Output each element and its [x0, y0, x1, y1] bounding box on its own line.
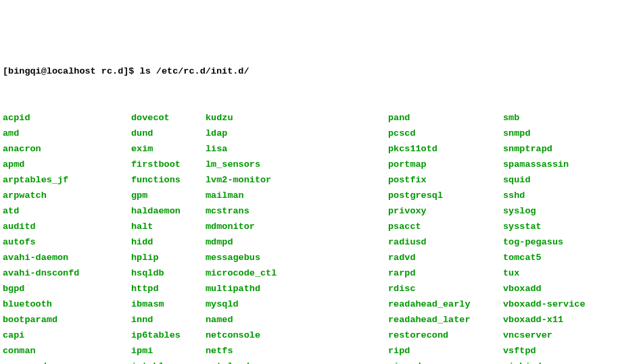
- list-item: acpid: [3, 110, 131, 126]
- list-item: functions: [131, 172, 206, 188]
- list-item: tomcat5: [503, 250, 586, 265]
- list-item: messagebus: [206, 250, 388, 265]
- list-item: mdmonitor: [206, 219, 388, 234]
- list-item: ldap: [206, 126, 388, 141]
- list-item: mcstrans: [206, 203, 388, 219]
- list-item: vboxadd-x11: [503, 312, 586, 328]
- list-item: postfix: [388, 172, 503, 188]
- list-item: readahead_early: [388, 296, 503, 312]
- list-item: multipathd: [206, 281, 388, 296]
- list-item: postgresql: [388, 188, 503, 203]
- ls-column-3: kudzu ldap lisa lm_sensors lvm2-monitor …: [206, 110, 388, 364]
- terminal-prompt-line: [bingqi@localhost rc.d]$ ls /etc/rc.d/in…: [3, 63, 615, 79]
- list-item: radiusd: [388, 234, 503, 250]
- list-item: vncserver: [503, 328, 586, 343]
- list-item: lvm2-monitor: [206, 172, 388, 188]
- list-item: arpwatch: [3, 188, 131, 203]
- list-item: ipmi: [131, 343, 206, 359]
- list-item: halt: [131, 219, 206, 234]
- list-item: vsftpd: [503, 343, 586, 359]
- ls-column-4: pand pcscd pkcs11otd portmap postfix pos…: [388, 110, 503, 364]
- list-item: ibmasm: [131, 296, 206, 312]
- list-item: dund: [131, 126, 206, 141]
- list-item: autofs: [3, 234, 131, 250]
- list-item: ip6tables: [131, 328, 206, 343]
- list-item: mailman: [206, 188, 388, 203]
- list-item: ripd: [388, 343, 503, 359]
- prompt-command: ls /etc/rc.d/init.d/: [140, 66, 249, 76]
- list-item: apmd: [3, 157, 131, 172]
- list-item: capi: [3, 328, 131, 343]
- list-item: haldaemon: [131, 203, 206, 219]
- list-item: privoxy: [388, 203, 503, 219]
- list-item: mysqld: [206, 296, 388, 312]
- list-item: netconsole: [206, 328, 388, 343]
- ls-column-5: smb snmpd snmptrapd spamassassin squid s…: [503, 110, 586, 364]
- list-item: mdmpd: [206, 234, 388, 250]
- list-item: atd: [3, 203, 131, 219]
- list-item: rdisc: [388, 281, 503, 296]
- prompt-user-host: [bingqi@localhost rc.d]$: [3, 66, 140, 76]
- list-item: radvd: [388, 250, 503, 265]
- list-item: restorecond: [388, 328, 503, 343]
- list-item: pand: [388, 110, 503, 126]
- list-item: cpuspeed: [3, 359, 131, 364]
- list-item: avahi-daemon: [3, 250, 131, 265]
- list-item: amd: [3, 126, 131, 141]
- list-item: lm_sensors: [206, 157, 388, 172]
- list-item: bluetooth: [3, 296, 131, 312]
- list-item: pkcs11otd: [388, 141, 503, 157]
- list-item: smb: [503, 110, 586, 126]
- list-item: bgpd: [3, 281, 131, 296]
- ls-output: acpid amd anacron apmd arptables_jf arpw…: [3, 110, 615, 364]
- list-item: vboxadd: [503, 281, 586, 296]
- list-item: psacct: [388, 219, 503, 234]
- list-item: tog-pegasus: [503, 234, 586, 250]
- list-item: firstboot: [131, 157, 206, 172]
- list-item: hplip: [131, 250, 206, 265]
- list-item: ripngd: [388, 359, 503, 364]
- list-item: anacron: [3, 141, 131, 157]
- ls-column-1: acpid amd anacron apmd arptables_jf arpw…: [3, 110, 131, 364]
- list-item: winbind: [503, 359, 586, 364]
- list-item: readahead_later: [388, 312, 503, 328]
- list-item: named: [206, 312, 388, 328]
- list-item: lisa: [206, 141, 388, 157]
- list-item: auditd: [3, 219, 131, 234]
- list-item: exim: [131, 141, 206, 157]
- list-item: innd: [131, 312, 206, 328]
- list-item: pcscd: [388, 126, 503, 141]
- list-item: avahi-dnsconfd: [3, 265, 131, 281]
- list-item: netfs: [206, 343, 388, 359]
- list-item: arptables_jf: [3, 172, 131, 188]
- list-item: bootparamd: [3, 312, 131, 328]
- list-item: vboxadd-service: [503, 296, 586, 312]
- list-item: hsqldb: [131, 265, 206, 281]
- list-item: sysstat: [503, 219, 586, 234]
- list-item: tux: [503, 265, 586, 281]
- list-item: portmap: [388, 157, 503, 172]
- list-item: syslog: [503, 203, 586, 219]
- list-item: netplugd: [206, 359, 388, 364]
- list-item: squid: [503, 172, 586, 188]
- list-item: microcode_ctl: [206, 265, 388, 281]
- list-item: httpd: [131, 281, 206, 296]
- list-item: dovecot: [131, 110, 206, 126]
- list-item: snmptrapd: [503, 141, 586, 157]
- list-item: spamassassin: [503, 157, 586, 172]
- list-item: kudzu: [206, 110, 388, 126]
- list-item: snmpd: [503, 126, 586, 141]
- list-item: iptables: [131, 359, 206, 364]
- list-item: sshd: [503, 188, 586, 203]
- ls-column-2: dovecot dund exim firstboot functions gp…: [131, 110, 206, 364]
- list-item: gpm: [131, 188, 206, 203]
- list-item: rarpd: [388, 265, 503, 281]
- list-item: conman: [3, 343, 131, 359]
- list-item: hidd: [131, 234, 206, 250]
